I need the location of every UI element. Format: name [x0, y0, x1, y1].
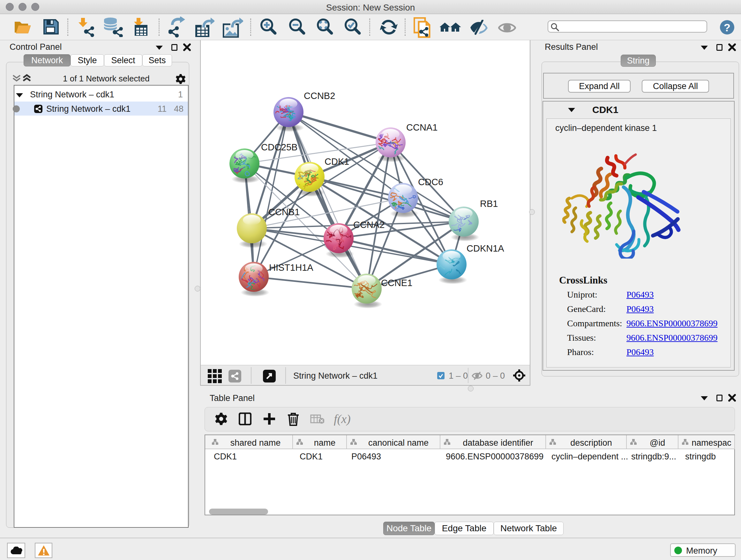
svg-text:CDC6: CDC6: [418, 177, 443, 187]
svg-text:CCNA1: CCNA1: [406, 122, 437, 132]
svg-text:CCNB1: CCNB1: [268, 207, 300, 217]
svg-text:CDKN1A: CDKN1A: [467, 243, 504, 253]
svg-text:CDK1: CDK1: [325, 157, 349, 167]
svg-text:CCNE1: CCNE1: [381, 278, 412, 288]
svg-text:CCNB2: CCNB2: [304, 91, 335, 101]
svg-text:RB1: RB1: [480, 199, 498, 209]
svg-text:CDC25B: CDC25B: [261, 142, 297, 152]
svg-text:HIST1H1A: HIST1H1A: [269, 262, 313, 273]
svg-text:CCNA2: CCNA2: [353, 220, 385, 230]
